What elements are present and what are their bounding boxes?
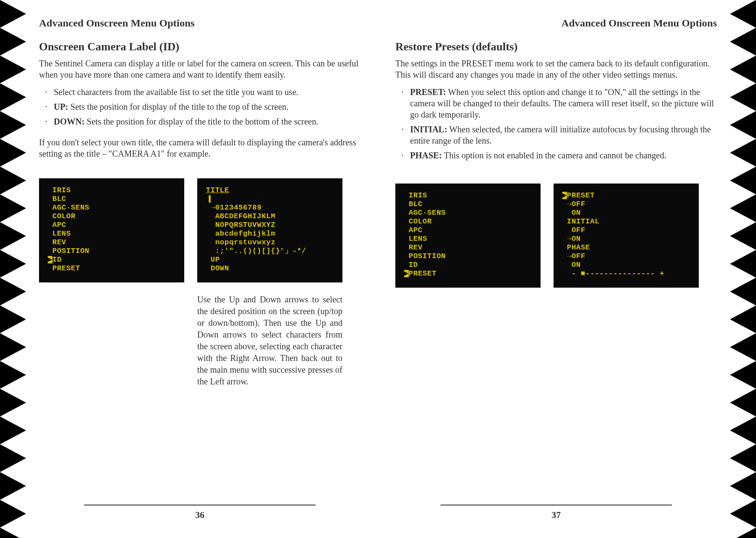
footer-rule (440, 505, 672, 505)
page-right: Advanced Onscreen Menu Options Restore P… (395, 17, 717, 521)
bullet-lead: PHASE: (410, 151, 442, 160)
bullet-text: Select characters from the available lis… (54, 87, 298, 97)
osd-screenshot-preset: ▶PRESET →OFF ON INITIAL OFF →ON PHASE →O… (554, 184, 699, 288)
running-head-left: Advanced Onscreen Menu Options (39, 17, 361, 29)
intro-left: The Sentinel Camera can display a title … (39, 58, 361, 80)
page-number-left: 36 (196, 510, 205, 521)
caption-left: Use the Up and Down arrows to select the… (197, 294, 342, 387)
bullet-lead: DOWN: (54, 117, 85, 126)
bullet-lead: INITIAL: (410, 125, 447, 134)
osd-screenshot-menu: IRIS BLC AGC·SENS COLOR APC LENS REV POS… (39, 178, 184, 282)
bullet-text: When you select this option and change i… (410, 87, 714, 119)
bullet-lead: PRESET: (410, 87, 446, 97)
osd-screenshot-menu: IRIS BLC AGC·SENS COLOR APC LENS REV POS… (395, 184, 541, 288)
bullet-text: This option is not enabled in the camera… (442, 151, 666, 160)
osd-screenshot-title-editor: TITLE ▋ →0123456789 ABCDEFGHIJKLM NOPQRS… (197, 178, 342, 282)
bullet-lead: UP: (54, 102, 68, 112)
list-item: Select characters from the available lis… (39, 86, 361, 98)
decorative-right-border (730, 0, 756, 538)
intro-right: The settings in the PRESET menu work to … (395, 58, 717, 80)
decorative-left-border (0, 0, 26, 538)
bullet-text: When selected, the camera will initializ… (410, 125, 711, 145)
list-item: UP: Sets the position for display of the… (39, 101, 361, 112)
list-item: INITIAL: When selected, the camera will … (395, 124, 717, 146)
page-left: Advanced Onscreen Menu Options Onscreen … (39, 17, 361, 521)
list-item: PHASE: This option is not enabled in the… (395, 150, 717, 161)
page-number-right: 37 (552, 510, 561, 521)
bullet-list-right: PRESET: When you select this option and … (395, 86, 717, 164)
bullet-text: Sets the position for display of the tit… (85, 117, 318, 126)
running-head-right: Advanced Onscreen Menu Options (395, 17, 717, 29)
section-title-left: Onscreen Camera Label (ID) (39, 40, 361, 53)
bullet-list-left: Select characters from the available lis… (39, 86, 361, 131)
bullet-text: Sets the position for display of the tit… (68, 102, 288, 112)
outro-left: If you don't select your own title, the … (39, 137, 361, 159)
section-title-right: Restore Presets (defaults) (395, 40, 717, 53)
footer-rule (84, 505, 316, 505)
list-item: PRESET: When you select this option and … (395, 86, 717, 120)
list-item: DOWN: Sets the position for display of t… (39, 116, 361, 127)
